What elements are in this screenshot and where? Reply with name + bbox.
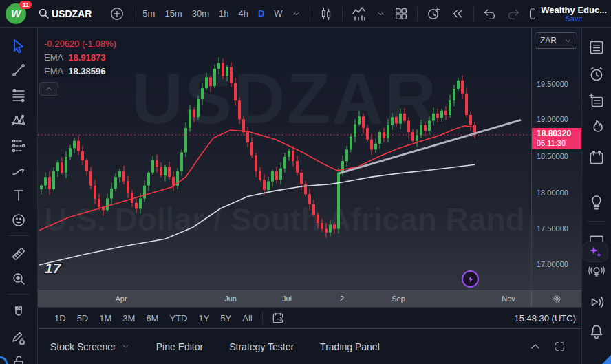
range-1d[interactable]: 1D [49,313,72,323]
range-3m[interactable]: 3M [117,313,140,323]
save-link[interactable]: Save [566,14,583,23]
divider [473,6,474,21]
magnifier-plus-icon [10,270,27,287]
timeframe-4h[interactable]: 4h [233,3,253,25]
timeframe-15m[interactable]: 15m [160,3,186,25]
projection-tool-button[interactable] [6,136,32,156]
tab-stock-screener[interactable]: Stock Screener [50,341,130,352]
candles-icon [319,6,334,21]
bar-replay-button[interactable] [446,3,469,25]
timeframe-30m[interactable]: 30m [187,3,214,25]
trade-journal-button[interactable] [586,91,607,110]
cursor-tool-button[interactable] [6,36,32,56]
zoom-in-tool-button[interactable] [6,268,32,289]
emoji-tool-button[interactable] [6,210,32,231]
go-to-date-button[interactable] [267,307,289,329]
go-to-date-icon [271,311,285,325]
timeframe-5m[interactable]: 5m [138,3,160,25]
range-1m[interactable]: 1M [94,313,117,323]
timeframe-1w[interactable]: W [269,3,287,25]
notes-plus-icon [588,92,605,109]
hotlists-button[interactable] [586,118,607,137]
app-logo[interactable]: W 11 [6,3,26,24]
fib-retracement-tool-button[interactable] [6,85,32,106]
magnet-mode-button[interactable] [6,302,32,323]
time-axis[interactable]: Apr Jun Jul 2 Sep Nov [38,290,581,307]
alerts-button[interactable] [586,65,607,84]
chart-style-button[interactable] [314,3,338,25]
indicators-button[interactable] [347,3,372,25]
currency-label: ZAR [540,36,557,45]
timeframe-menu-button[interactable] [288,3,306,25]
plus-circle-icon [109,6,125,21]
range-all[interactable]: All [237,313,257,323]
notifications-button[interactable] [586,321,607,341]
top-toolbar: W 11 USDZAR 5m 15m 30m 1h 4h D W [0,0,611,28]
range-ytd[interactable]: YTD [164,313,193,323]
panel-collapse-button[interactable] [523,336,548,358]
timeframe-1d[interactable]: D [253,3,269,25]
account-name: Wealthy Educ... [541,5,607,15]
compare-add-symbol-button[interactable] [105,3,129,25]
account-menu[interactable]: Wealthy Educ... Save [541,5,611,23]
corner-widget[interactable] [602,355,611,364]
chevron-down-icon [121,342,130,351]
legend-collapse-button[interactable] [39,82,58,96]
tradingview-app: W 11 USDZAR 5m 15m 30m 1h 4h D W [0,0,611,364]
divider [8,235,29,236]
drawing-mode-lock-button[interactable] [6,328,32,349]
tradingview-logo[interactable]: 17 [45,260,61,277]
chevron-down-icon [292,9,301,19]
range-6m[interactable]: 6M [140,313,164,323]
watchlist-button[interactable] [586,38,607,57]
price-tick: 17.50000 [537,224,568,233]
chevron-down-icon [376,9,385,19]
divider [342,6,343,21]
undo-button[interactable] [478,3,502,25]
lock-all-drawings-button[interactable] [6,352,32,364]
price-tick: 18.00000 [537,189,568,197]
ideas-button[interactable] [586,193,607,212]
ema-slow-legend[interactable]: EMA18.38596 [39,65,110,78]
tab-pine-editor[interactable]: Pine Editor [156,341,203,352]
range-5y[interactable]: 5Y [215,313,237,323]
chevron-down-icon [564,37,572,45]
indicators-menu-button[interactable] [372,3,389,25]
tab-trading-panel[interactable]: Trading Panel [320,341,380,352]
timeframe-1h[interactable]: 1h [214,3,233,25]
cursor-icon [10,38,27,54]
create-alert-button[interactable] [422,3,446,25]
range-1y[interactable]: 1Y [193,313,215,323]
boost-button[interactable] [462,270,479,288]
price-axis[interactable]: ZAR 19.50000 19.00000 18.50000 18.00000 … [531,28,581,290]
text-tool-button[interactable] [6,185,32,206]
trend-line-tool-button[interactable] [6,60,32,81]
divider [262,312,263,324]
save-status-box[interactable] [530,8,536,19]
trend-line-icon [10,62,27,78]
ai-assistant-button[interactable] [583,242,608,261]
range-5d[interactable]: 5D [72,313,94,323]
divider [310,6,310,21]
symbol-search-button[interactable]: USDZAR [33,3,96,25]
redo-button[interactable] [502,3,525,25]
chart-panel: USDZAR U.S. Dollar / South African Rand … [38,28,581,364]
live-streams-button[interactable] [586,292,607,312]
tab-strategy-tester[interactable]: Strategy Tester [229,341,294,352]
pattern-tool-button[interactable] [6,110,32,131]
streams-button[interactable] [586,261,607,281]
chart-canvas[interactable]: USDZAR U.S. Dollar / South African Rand … [38,28,531,290]
panel-maximize-button[interactable] [548,336,572,358]
server-clock[interactable]: 15:48:30 (UTC) [514,313,581,323]
brush-tool-button[interactable] [6,160,32,181]
gear-icon [552,294,562,304]
time-tick: Sep [392,295,405,303]
axis-settings-button[interactable] [531,291,581,307]
measure-tool-button[interactable] [6,244,32,264]
price-tick: 19.00000 [537,115,568,123]
ema-fast-legend[interactable]: EMA18.91873 [39,51,110,64]
layout-grid-button[interactable] [389,3,413,25]
currency-selector[interactable]: ZAR [535,32,577,49]
chart-legend: -0.20620 (-1.08%) EMA18.91873 EMA18.3859… [39,37,121,96]
calendar-button[interactable] [586,148,607,167]
